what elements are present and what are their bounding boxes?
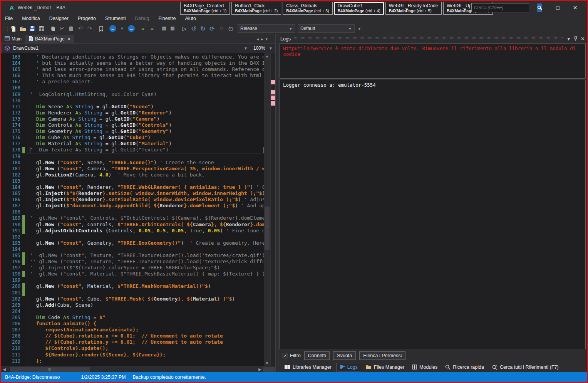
code-line-171[interactable]: 171 Dim Scene As String = gl.GetID("Scen…	[1, 104, 264, 110]
editor-tab-b4xmainpage[interactable]: B4XMainPage✕	[25, 35, 74, 43]
new-file-icon[interactable]	[9, 24, 18, 33]
menu-designer[interactable]: Designer	[49, 16, 69, 21]
code-line-164[interactable]: 164 ' but this actually seems like a bet…	[1, 60, 264, 66]
run-icon[interactable]: ▷	[180, 24, 189, 33]
close-tab-icon[interactable]: ✕	[67, 37, 71, 42]
prev-module-icon[interactable]	[159, 24, 168, 33]
code-line-211[interactable]: 211 ${Renderer}.render(${Scene}, ${Camer…	[1, 352, 264, 358]
stop-icon[interactable]: □	[217, 24, 226, 33]
navigate-back-icon[interactable]: ←	[108, 24, 117, 33]
code-line-180[interactable]: 180 gl.New ("const", Scene, "THREE.Scene…	[1, 160, 264, 166]
code-line-186[interactable]: 186 gl.Inject($"${Renderer}.setPixelRati…	[1, 197, 264, 203]
code-line-177[interactable]: 177 Dim Material As String = gl.GetID("M…	[1, 141, 264, 147]
code-line-210[interactable]: 210 ${Controls}.update();	[1, 345, 264, 351]
bottom-tab-files-manager[interactable]: Files Manager	[363, 363, 407, 371]
code-line-167[interactable]: 167 ' a precise object.	[1, 79, 264, 85]
horizontal-scrollbar-thumb[interactable]	[10, 367, 90, 372]
code-line-200[interactable]: 200 gl.New ("const", Material, $"THREE.M…	[1, 283, 264, 289]
code-line-168[interactable]: 168	[1, 85, 264, 91]
minimize-button[interactable]: –	[532, 5, 549, 11]
scroll-up-arrow-icon[interactable]: ▲	[265, 53, 269, 59]
editor-tab-main[interactable]: Main	[1, 35, 25, 43]
code-line-203[interactable]: 203 gl.Add(Cube, Scene)	[1, 302, 264, 308]
run-configuration-dropdown[interactable]: Default▼	[298, 24, 355, 33]
code-line-194[interactable]: 194	[1, 246, 264, 252]
code-lines[interactable]: 163 ' Declaring identifiers as Strings o…	[1, 53, 264, 366]
paste-icon[interactable]	[67, 24, 76, 33]
compile-1-icon[interactable]: ↺	[189, 24, 198, 33]
scroll-left-arrow-icon[interactable]: ◀	[1, 367, 7, 371]
comment-icon[interactable]: ≡	[138, 24, 147, 33]
menu-file[interactable]: File	[5, 16, 13, 21]
code-editor[interactable]: 163 ' Declaring identifiers as Strings o…	[1, 53, 275, 366]
navigate-forward-icon[interactable]: →	[127, 24, 136, 33]
code-line-209[interactable]: 209 // ${Cube}.rotation.y += 0.01; // Un…	[1, 339, 264, 345]
code-line-174[interactable]: 174 Dim Controls As String = gl.GetID("C…	[1, 122, 264, 128]
code-line-176[interactable]: 176 Dim Cube As String = gl.GetID("Cube1…	[1, 134, 264, 141]
menu-strumenti[interactable]: Strumenti	[105, 16, 126, 21]
code-line-183[interactable]: 183	[1, 178, 264, 184]
compile-2-icon[interactable]: ↻	[198, 24, 208, 33]
code-line-169[interactable]: 169' LogColor(gl.HtmlString, xui.Color_C…	[1, 91, 264, 97]
svuota-button[interactable]: Svuota	[333, 351, 356, 360]
code-line-195[interactable]: 195' gl.New ("const", Texture, "THREE.Te…	[1, 252, 264, 259]
module-selector-dropdown[interactable]: DrawCube1 ▼	[2, 44, 251, 53]
code-line-201[interactable]: 201	[1, 290, 264, 296]
code-line-190[interactable]: 190 gl.New ("const", Controls, $"THREE.O…	[1, 222, 264, 228]
elenca-i-permessi-button[interactable]: Elenca i Permessi	[359, 351, 405, 360]
filter-checkbox[interactable]: ✓	[283, 353, 288, 358]
code-line-173[interactable]: 173 Dim Camera As String = gl.GetID("Cam…	[1, 116, 264, 122]
code-line-202[interactable]: 202 gl.New ("const", Cube, $"THREE.Mesh(…	[1, 296, 264, 302]
vertical-scrollbar-thumb[interactable]	[265, 207, 270, 250]
maximize-button[interactable]: □	[549, 5, 566, 11]
package-icon[interactable]	[37, 24, 46, 33]
build-time-icon[interactable]: ◷	[226, 24, 235, 33]
small-caret-icon[interactable]: ▼	[117, 24, 127, 33]
code-line-196[interactable]: 196'' gl.New ("const", Texture, "THREE.T…	[1, 259, 264, 265]
code-line-170[interactable]: 170	[1, 97, 264, 104]
code-line-178[interactable]: 178' Dim Texture As String = gl.GetID("T…	[1, 147, 264, 153]
toolbar-overflow-icon[interactable]: ▾	[358, 27, 360, 31]
error-stripe-mark[interactable]	[271, 80, 275, 84]
pin-icon[interactable]	[574, 36, 578, 41]
code-line-166[interactable]: 166 ' This has much more sense on B4A li…	[1, 72, 264, 79]
code-line-191[interactable]: 191 gl.AdjustOrbitControls (Controls, 0.…	[1, 228, 264, 234]
bottom-tab-modules[interactable]: Modules	[409, 363, 441, 371]
chevron-down-icon[interactable]: ▼	[566, 37, 571, 41]
code-line-207[interactable]: 207 requestAnimationFrame(animate);	[1, 327, 264, 333]
build-configuration-dropdown[interactable]: Release▼	[238, 24, 295, 33]
bottom-tab-logs[interactable]: Logs	[336, 363, 361, 371]
scroll-down-arrow-icon[interactable]: ▼	[265, 360, 269, 366]
menu-aiuto[interactable]: Aiuto	[185, 16, 196, 21]
jump-tab-button1_click[interactable]: Button1_ClickB4XMainPage (ctrl + 2)	[231, 2, 281, 15]
error-stripe-mark[interactable]	[271, 90, 275, 94]
bookmark-icon[interactable]	[97, 24, 106, 33]
code-line-193[interactable]: 193 gl.New ("const", Geometry, "THREE.Bo…	[1, 240, 264, 246]
code-line-188[interactable]: 188	[1, 209, 264, 215]
code-line-187[interactable]: 187 gl.Inject($"document.body.appendChil…	[1, 203, 264, 209]
open-folder-icon[interactable]	[18, 24, 27, 33]
code-line-205[interactable]: 205 Dim Code As String = $"	[1, 314, 264, 321]
code-line-199[interactable]: 199	[1, 277, 264, 283]
jump-tab-class_globals[interactable]: Class_GlobalsB4XMainPage (ctrl + 3)	[283, 2, 332, 15]
code-line-197[interactable]: 197' gl.Inject($"${Texture}.colorSpace =…	[1, 265, 264, 271]
search-input[interactable]	[472, 3, 537, 12]
jump-tab-webgl_readytocode[interactable]: WebGL_ReadyToCodeB4XMainPage (ctrl + 5)	[385, 2, 442, 15]
code-line-212[interactable]: 212 };	[1, 358, 264, 364]
close-panel-icon[interactable]: ✕	[581, 36, 585, 42]
menu-modifica[interactable]: Modifica	[22, 16, 40, 21]
scroll-right-arrow-icon[interactable]: ▶	[257, 367, 263, 371]
code-line-182[interactable]: 182 gl.PositionZ(Camera, 4.0) ' Move the…	[1, 172, 264, 178]
next-module-icon[interactable]	[168, 24, 178, 33]
zoom-level-dropdown[interactable]: 100% ▼	[251, 44, 275, 53]
undo-icon[interactable]: ↶	[76, 24, 85, 33]
copy-icon[interactable]	[48, 24, 57, 33]
redo-icon[interactable]: ↷	[85, 24, 94, 33]
jump-tab-drawcube1[interactable]: DrawCube1B4XMainPage (ctrl + 4)	[334, 2, 384, 15]
uncomment-icon[interactable]: ≡	[147, 24, 157, 33]
connetti-button[interactable]: Connetti	[304, 351, 330, 360]
code-line-184[interactable]: 184 gl.New ("const", Renderer, "THREE.We…	[1, 184, 264, 190]
menu-finestre[interactable]: Finestre	[158, 16, 176, 21]
code-line-165[interactable]: 165 ' and less error-prone instead of us…	[1, 66, 264, 72]
vertical-scrollbar[interactable]: ▲ ▼	[264, 53, 270, 366]
